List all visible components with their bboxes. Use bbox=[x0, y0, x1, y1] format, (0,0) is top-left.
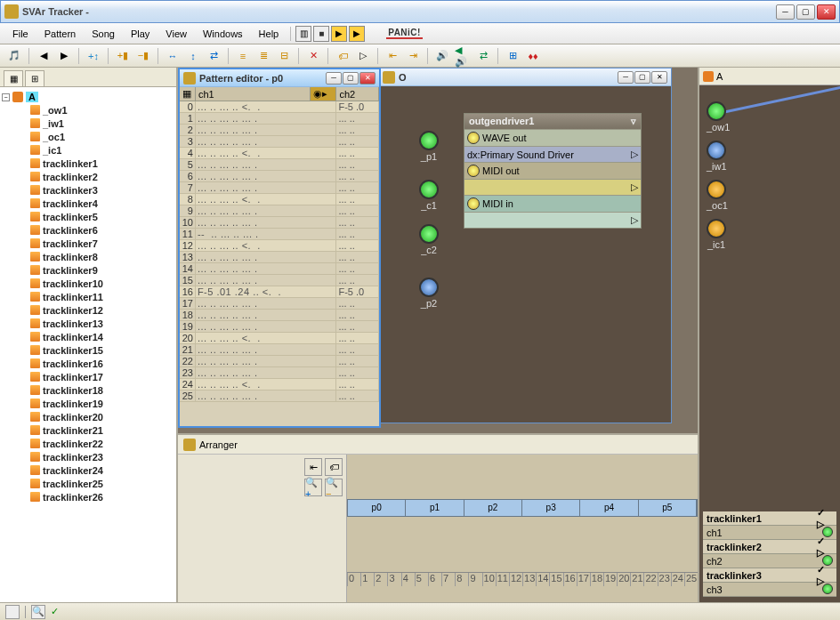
graph-canvas[interactable]: outgendriver1▿ WAVE out dx:Primary Sound… bbox=[379, 86, 671, 423]
tree-item[interactable]: tracklinker10 bbox=[2, 277, 174, 290]
pattern-row[interactable]: 23... .. ... .. ... .... .. bbox=[180, 367, 379, 379]
tool-row-b[interactable]: ≣ bbox=[254, 47, 272, 65]
pattern-lane[interactable]: p0p1p2p3p4p5 bbox=[347, 499, 698, 517]
tool-track-b[interactable]: ↕ bbox=[184, 47, 202, 65]
pattern-close-button[interactable]: ✕ bbox=[359, 72, 376, 85]
tree-item[interactable]: tracklinker25 bbox=[2, 477, 174, 490]
tree-item[interactable]: tracklinker15 bbox=[2, 343, 174, 357]
pattern-row[interactable]: 7... .. ... .. ... .... .. bbox=[180, 182, 379, 194]
pattern-row[interactable]: 15... .. ... .. ... .... .. bbox=[180, 275, 379, 286]
tree-item[interactable]: tracklinker14 bbox=[2, 330, 174, 343]
arranger-zoom-in[interactable]: 🔍+ bbox=[304, 479, 322, 496]
tree-item[interactable]: tracklinker22 bbox=[2, 437, 174, 450]
arranger-zoom-out[interactable]: 🔍− bbox=[325, 479, 343, 496]
pattern-row[interactable]: 3... .. ... .. ... .... .. bbox=[180, 136, 379, 148]
tool-eq[interactable]: ⊞ bbox=[504, 47, 521, 65]
pattern-row[interactable]: 21... .. ... .. ... .... .. bbox=[180, 344, 379, 356]
restore-button[interactable]: ▢ bbox=[796, 4, 815, 20]
pattern-row[interactable]: 10... .. ... .. ... .... .. bbox=[180, 217, 379, 229]
collapse-icon[interactable]: − bbox=[2, 93, 10, 101]
pattern-row[interactable]: 14... .. ... .. ... .... .. bbox=[180, 263, 379, 275]
pattern-row[interactable]: 25... .. ... .. ... .... .. bbox=[180, 391, 379, 402]
stop-button[interactable]: ■ bbox=[313, 26, 329, 42]
pattern-block[interactable]: p2 bbox=[464, 500, 522, 516]
graph-close-button[interactable]: ✕ bbox=[651, 71, 667, 84]
arranger-loop-button[interactable]: ⇤ bbox=[304, 458, 322, 476]
tree-tab-2[interactable]: ⊞ bbox=[25, 70, 44, 86]
port-c2[interactable]: _c2 bbox=[419, 224, 439, 255]
pattern-row[interactable]: 4... .. ... .. <. .... .. bbox=[180, 148, 379, 159]
tree-item[interactable]: tracklinker21 bbox=[2, 423, 174, 437]
tool-loop-start[interactable]: ⇤ bbox=[384, 47, 401, 65]
port-p1[interactable]: _p1 bbox=[419, 131, 439, 162]
close-button[interactable]: ✕ bbox=[817, 4, 836, 20]
pattern-block[interactable]: p4 bbox=[580, 500, 638, 516]
tree-item[interactable]: _ic1 bbox=[2, 143, 174, 157]
pattern-row[interactable]: 9... .. ... .. ... .... .. bbox=[180, 205, 379, 217]
window-layout-button[interactable]: ▥ bbox=[295, 26, 311, 42]
pattern-row[interactable]: 19... .. ... .. ... .... .. bbox=[180, 321, 379, 333]
rport-ow1[interactable]: _ow1 bbox=[707, 101, 730, 133]
tool-loop-end[interactable]: ⇥ bbox=[404, 47, 422, 65]
tracklinker-row[interactable]: tracklinker3✓ ▷ bbox=[703, 568, 836, 583]
tool-insert-col[interactable]: +▮ bbox=[114, 47, 132, 65]
tool-mixer[interactable]: ♦♦ bbox=[524, 47, 542, 65]
tree-item[interactable]: tracklinker4 bbox=[2, 197, 174, 210]
pattern-row[interactable]: 20... .. ... .. <. .... .. bbox=[180, 333, 379, 344]
pattern-row[interactable]: 8... .. ... .. <. .... .. bbox=[180, 194, 379, 205]
pattern-row[interactable]: 13... .. ... .. ... .... .. bbox=[180, 252, 379, 263]
tracklinker-ch[interactable]: ch3 bbox=[703, 583, 836, 597]
right-graph[interactable]: _ow1 _iw1 _oc1 _ic1 tracklinker1✓ ▷ch1tr… bbox=[699, 85, 840, 602]
tool-add-marker[interactable]: +↕ bbox=[85, 47, 102, 65]
tree-item[interactable]: tracklinker11 bbox=[2, 290, 174, 303]
tree-item[interactable]: _ow1 bbox=[2, 103, 174, 117]
tool-song-icon[interactable]: 🎵 bbox=[5, 47, 23, 65]
pattern-block[interactable]: p3 bbox=[522, 500, 580, 516]
menu-file[interactable]: File bbox=[5, 26, 36, 42]
pattern-row[interactable]: 11-- .. ... .. ... .... .. bbox=[180, 229, 379, 240]
tree-item[interactable]: tracklinker7 bbox=[2, 237, 174, 250]
col-ch1[interactable]: ch1 bbox=[196, 87, 311, 101]
node-outgendriver[interactable]: outgendriver1▿ WAVE out dx:Primary Sound… bbox=[464, 113, 642, 229]
pattern-row[interactable]: 1... .. ... .. ... .... .. bbox=[180, 113, 379, 125]
menu-help[interactable]: Help bbox=[252, 26, 287, 42]
pattern-min-button[interactable]: ─ bbox=[326, 72, 342, 85]
port-c1[interactable]: _c1 bbox=[419, 180, 439, 211]
tool-sound-b[interactable]: ◀🔊 bbox=[454, 47, 472, 65]
wave-device-play-icon[interactable]: ▷ bbox=[631, 149, 638, 160]
tree-item[interactable]: tracklinker5 bbox=[2, 210, 174, 223]
tree-item[interactable]: tracklinker1 bbox=[2, 157, 174, 170]
pattern-block[interactable]: p1 bbox=[406, 500, 464, 516]
tree-item[interactable]: tracklinker18 bbox=[2, 383, 174, 397]
arranger-tag-button[interactable]: 🏷 bbox=[325, 458, 343, 476]
tree-item[interactable]: tracklinker12 bbox=[2, 303, 174, 317]
tree-view[interactable]: − A _ow1_iw1_oc1_ic1tracklinker1tracklin… bbox=[0, 87, 176, 602]
tree-item[interactable]: tracklinker24 bbox=[2, 463, 174, 477]
port-p2[interactable]: _p2 bbox=[419, 278, 439, 309]
tool-delete[interactable]: ✕ bbox=[304, 47, 322, 65]
rport-ic1[interactable]: _ic1 bbox=[707, 219, 726, 250]
tool-sound-a[interactable]: 🔊 bbox=[433, 47, 451, 65]
menu-song[interactable]: Song bbox=[85, 26, 122, 42]
tree-tab-1[interactable]: ▦ bbox=[4, 70, 23, 86]
pattern-row[interactable]: 18... .. ... .. ... .... .. bbox=[180, 310, 379, 321]
rport-iw1[interactable]: _iw1 bbox=[707, 141, 727, 172]
tree-item[interactable]: tracklinker9 bbox=[2, 263, 174, 277]
tree-item[interactable]: _iw1 bbox=[2, 117, 174, 130]
pattern-block[interactable]: p0 bbox=[348, 500, 406, 516]
tool-row-c[interactable]: ⊟ bbox=[275, 47, 293, 65]
tool-tag[interactable]: 🏷 bbox=[334, 47, 351, 65]
tree-item[interactable]: tracklinker2 bbox=[2, 170, 174, 183]
panic-button[interactable]: PANiC! bbox=[386, 28, 423, 39]
pattern-row[interactable]: 0... .. ... .. <. .F-5 .0 bbox=[180, 101, 379, 113]
tree-item[interactable]: tracklinker16 bbox=[2, 357, 174, 370]
pattern-row[interactable]: 2... .. ... .. ... .... .. bbox=[180, 125, 379, 136]
tool-next[interactable]: ▶ bbox=[55, 47, 73, 65]
tree-item[interactable]: tracklinker19 bbox=[2, 397, 174, 410]
pattern-row[interactable]: 5... .. ... .. ... .... .. bbox=[180, 159, 379, 171]
pattern-row[interactable]: 6... .. ... .. ... .... .. bbox=[180, 171, 379, 182]
pattern-row[interactable]: 24... .. ... .. <. .... .. bbox=[180, 379, 379, 391]
status-btn-1[interactable] bbox=[5, 605, 20, 619]
graph-max-button[interactable]: ▢ bbox=[634, 71, 650, 84]
menu-view[interactable]: View bbox=[158, 26, 194, 42]
